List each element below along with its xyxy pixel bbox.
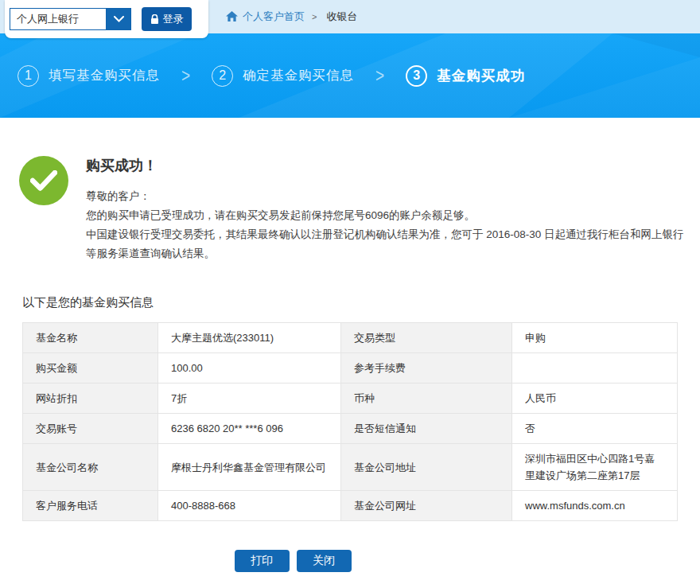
fee-value [512,353,678,384]
breadcrumb-home-link[interactable]: 个人客户首页 [226,10,305,24]
portal-panel: 个人网上银行 登录 [5,0,208,38]
table-row: 基金名称 大摩主题优选(233011) 交易类型 申购 [23,323,678,353]
discount-label: 网站折扣 [23,384,158,414]
result-title: 购买成功！ [86,156,690,175]
trade-type-value: 申购 [512,323,678,353]
portal-select[interactable]: 个人网上银行 [10,8,107,30]
result-block: 购买成功！ 尊敬的客户： 您的购买申请已受理成功，请在购买交易发起前保持您尾号6… [0,118,700,263]
step-2-label: 确定基金购买信息 [243,67,354,84]
step-3-active: 3 基金购买成功 [406,65,525,87]
steps-banner: 1 填写基金购买信息 > 2 确定基金购买信息 > 3 基金购买成功 [0,33,700,118]
result-line-1: 您的购买申请已受理成功，请在购买交易发起前保持您尾号6096的账户余额足够。 [86,206,690,225]
currency-label: 币种 [341,384,512,414]
currency-value: 人民币 [512,384,678,414]
step-1-label: 填写基金购买信息 [49,67,160,84]
account-label: 交易账号 [23,414,158,444]
step-3-label: 基金购买成功 [437,66,525,85]
home-icon [226,11,238,22]
purchase-amount-value: 100.00 [158,353,341,384]
table-row: 购买金额 100.00 参考手续费 [23,353,678,384]
purchase-amount-label: 购买金额 [23,353,158,384]
step-separator: > [181,64,190,87]
print-button[interactable]: 打印 [235,550,290,572]
company-website-value: www.msfunds.com.cn [512,491,678,521]
table-row: 客户服务电话 400-8888-668 基金公司网址 www.msfunds.c… [23,491,678,521]
result-salutation: 尊敬的客户： [86,187,690,206]
company-address-label: 基金公司地址 [341,444,512,491]
step-1: 1 填写基金购买信息 [18,65,160,87]
trade-type-label: 交易类型 [341,323,512,353]
company-address-value: 深圳市福田区中心四路1号嘉里建设广场第二座第17层 [512,444,678,491]
portal-select-group: 个人网上银行 [10,8,131,30]
step-2: 2 确定基金购买信息 [212,65,354,87]
purchase-info-table: 基金名称 大摩主题优选(233011) 交易类型 申购 购买金额 100.00 … [22,322,678,521]
breadcrumb-home-label: 个人客户首页 [243,10,305,24]
step-1-number: 1 [18,65,39,87]
service-phone-label: 客户服务电话 [23,491,158,521]
table-row: 交易账号 6236 6820 20** ***6 096 是否短信通知 否 [23,414,678,444]
close-button[interactable]: 关闭 [297,550,352,572]
breadcrumb: 个人客户首页 > 收银台 [226,0,357,33]
result-line-2: 中国建设银行受理交易委托，其结果最终确认以注册登记机构确认结果为准，您可于 20… [86,225,690,263]
result-message: 尊敬的客户： 您的购买申请已受理成功，请在购买交易发起前保持您尾号6096的账户… [86,187,690,263]
main-content: 购买成功！ 尊敬的客户： 您的购买申请已受理成功，请在购买交易发起前保持您尾号6… [0,118,700,572]
step-separator: > [375,64,384,87]
table-row: 基金公司名称 摩根士丹利华鑫基金管理有限公司 基金公司地址 深圳市福田区中心四路… [23,444,678,491]
fund-name-label: 基金名称 [23,323,158,353]
steps: 1 填写基金购买信息 > 2 确定基金购买信息 > 3 基金购买成功 [0,33,700,118]
breadcrumb-separator: > [312,12,317,21]
sms-notify-value: 否 [512,414,678,444]
top-bar: 个人客户首页 > 收银台 个人网上银行 登录 [0,0,700,33]
company-name-label: 基金公司名称 [23,444,158,491]
service-phone-value: 400-8888-668 [158,491,341,521]
company-website-label: 基金公司网址 [341,491,512,521]
breadcrumb-current: 收银台 [326,10,357,24]
chevron-down-icon [114,16,124,22]
select-chevron-button[interactable] [107,8,131,30]
account-value: 6236 6820 20** ***6 096 [158,414,341,444]
action-buttons: 打印 关闭 [235,550,352,572]
lock-icon [150,14,159,25]
table-row: 网站折扣 7折 币种 人民币 [23,384,678,414]
step-3-number: 3 [406,65,427,87]
fund-name-value: 大摩主题优选(233011) [158,323,341,353]
fee-label: 参考手续费 [341,353,512,384]
company-name-value: 摩根士丹利华鑫基金管理有限公司 [158,444,341,491]
success-check-icon [19,156,68,205]
login-button[interactable]: 登录 [142,7,192,31]
step-2-number: 2 [212,65,233,87]
info-section-title: 以下是您的基金购买信息 [22,295,700,310]
login-label: 登录 [163,12,184,26]
sms-notify-label: 是否短信通知 [341,414,512,444]
discount-value: 7折 [158,384,341,414]
